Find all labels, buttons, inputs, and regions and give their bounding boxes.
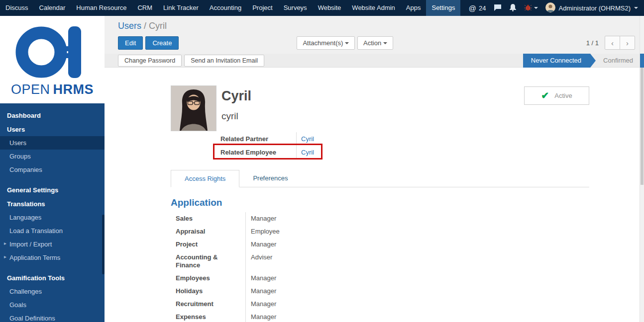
mentions-button[interactable]: @ 24 bbox=[469, 4, 486, 12]
sidebar-menu: DashboardUsersUsersGroupsCompaniesGenera… bbox=[0, 103, 105, 322]
topbar-item-settings[interactable]: Settings bbox=[426, 0, 460, 16]
sidebar-item-challenges[interactable]: Challenges bbox=[0, 285, 105, 298]
breadcrumb-separator: / bbox=[144, 21, 146, 31]
pager-previous-button[interactable]: ‹ bbox=[605, 36, 620, 50]
chat-icon bbox=[494, 3, 502, 13]
topbar-item-crm[interactable]: CRM bbox=[132, 0, 158, 16]
sidebar-section-users: UsersUsersGroupsCompanies bbox=[0, 122, 105, 176]
sidebar-section-general-settings: General Settings bbox=[0, 183, 105, 197]
app-row-sales: SalesManager bbox=[171, 212, 589, 225]
profile-header: Cyril cyril ✔ Active bbox=[171, 85, 589, 131]
sidebar-section-dashboard: Dashboard bbox=[0, 108, 105, 122]
app-field-label: Project bbox=[171, 238, 245, 251]
notifications-button[interactable] bbox=[509, 3, 517, 13]
related-employee-link[interactable]: Cyril bbox=[296, 146, 326, 159]
related-employee-label: Related Employee bbox=[220, 146, 296, 159]
sidebar-item-goals[interactable]: Goals bbox=[0, 298, 105, 312]
user-menu[interactable]: Administrator (OHRMS2) bbox=[545, 2, 638, 14]
chat-button[interactable] bbox=[494, 3, 502, 13]
related-partner-row: Related Partner Cyril bbox=[220, 132, 350, 146]
topbar-item-accounting[interactable]: Accounting bbox=[204, 0, 247, 16]
topbar-item-link-tracker[interactable]: Link Tracker bbox=[158, 0, 204, 16]
app-field-value: Manager bbox=[245, 298, 589, 311]
topbar-item-website-admin[interactable]: Website Admin bbox=[346, 0, 400, 16]
tab-preferences[interactable]: Preferences bbox=[239, 170, 301, 187]
related-employee-row: Related Employee Cyril bbox=[220, 146, 350, 159]
app-logo: OPENHRMS bbox=[0, 16, 105, 103]
app-field-label: Sales bbox=[171, 212, 245, 225]
sidebar-header-dashboard[interactable]: Dashboard bbox=[0, 108, 105, 122]
send-invitation-button[interactable]: Send an Invitation Email bbox=[184, 55, 264, 67]
sidebar-item-label: Goal Definitions bbox=[9, 315, 55, 322]
app-field-label: Accounting & Finance bbox=[171, 251, 245, 272]
record-login: cyril bbox=[221, 111, 251, 122]
topbar-right: @ 24 Administrator (OHRMS2) bbox=[469, 0, 644, 16]
topbar-item-human-resource[interactable]: Human Resource bbox=[71, 0, 132, 16]
status-never-connected[interactable]: Never Connected bbox=[523, 54, 590, 68]
vertical-scrollbar[interactable] bbox=[640, 16, 644, 322]
sidebar-item-label: Companies bbox=[9, 166, 42, 173]
sidebar-item-companies[interactable]: Companies bbox=[0, 163, 105, 176]
app-row-recruitment: RecruitmentManager bbox=[171, 298, 589, 311]
active-toggle-button[interactable]: ✔ Active bbox=[524, 86, 589, 105]
sidebar-item-load-a-translation[interactable]: Load a Translation bbox=[0, 224, 105, 238]
topbar-item-project[interactable]: Project bbox=[247, 0, 278, 16]
sidebar-item-users[interactable]: Users bbox=[0, 136, 105, 150]
bell-icon bbox=[509, 3, 517, 13]
mentions-count: 24 bbox=[479, 4, 486, 12]
status-ribbon: Never Connected Confirmed bbox=[523, 54, 644, 68]
main-content: Users/Cyril Edit Create Attachment(s) Ac… bbox=[105, 16, 644, 322]
edit-button[interactable]: Edit bbox=[118, 36, 143, 50]
sidebar-item-label: Import / Export bbox=[9, 241, 52, 248]
sidebar-item-goal-definitions[interactable]: Goal Definitions bbox=[0, 312, 105, 322]
app-field-value: Manager bbox=[245, 238, 589, 251]
topbar: DiscussCalendarHuman ResourceCRMLink Tra… bbox=[0, 0, 644, 16]
form-sheet: Cyril cyril ✔ Active Related Partner Cyr… bbox=[105, 68, 644, 322]
sidebar-header-users[interactable]: Users bbox=[0, 122, 105, 136]
sidebar-item-groups[interactable]: Groups bbox=[0, 150, 105, 163]
create-button[interactable]: Create bbox=[145, 36, 179, 50]
status-confirmed[interactable]: Confirmed bbox=[590, 54, 644, 68]
record-title-block: Cyril cyril bbox=[221, 85, 251, 131]
chevron-down-icon bbox=[345, 42, 349, 44]
sidebar-scrollbar-thumb[interactable] bbox=[102, 215, 105, 274]
attachments-label: Attachment(s) bbox=[303, 39, 343, 47]
expand-arrow-icon: ▸ bbox=[4, 254, 6, 259]
sidebar-item-application-terms[interactable]: ▸Application Terms bbox=[0, 251, 105, 264]
tab-access-rights[interactable]: Access Rights bbox=[171, 170, 239, 187]
action-dropdown[interactable]: Action bbox=[357, 36, 393, 50]
sidebar-header-gamification-tools[interactable]: Gamification Tools bbox=[0, 271, 105, 285]
topbar-item-discuss[interactable]: Discuss bbox=[0, 0, 34, 16]
pager-buttons: ‹ › bbox=[605, 36, 635, 50]
topbar-item-website[interactable]: Website bbox=[313, 0, 347, 16]
sidebar-item-label: Challenges bbox=[9, 288, 42, 295]
active-label: Active bbox=[554, 92, 572, 99]
pager-next-button[interactable]: › bbox=[620, 36, 635, 50]
sidebar-header-translations[interactable]: Translations bbox=[0, 197, 105, 211]
related-partner-link[interactable]: Cyril bbox=[296, 132, 326, 146]
breadcrumb-users-link[interactable]: Users bbox=[118, 21, 141, 31]
attachments-dropdown[interactable]: Attachment(s) bbox=[297, 36, 355, 50]
logo-text: OPENHRMS bbox=[11, 82, 94, 97]
action-label: Action bbox=[363, 39, 381, 47]
logo-text-hrms: HRMS bbox=[53, 82, 94, 97]
record-name: Cyril bbox=[221, 88, 251, 104]
user-photo[interactable] bbox=[171, 85, 216, 131]
topbar-item-calendar[interactable]: Calendar bbox=[34, 0, 71, 16]
avatar bbox=[171, 86, 216, 131]
change-password-button[interactable]: Change Password bbox=[118, 55, 182, 67]
chevron-down-icon bbox=[383, 42, 387, 44]
debug-menu-button[interactable] bbox=[524, 4, 538, 12]
related-partner-label: Related Partner bbox=[220, 132, 296, 146]
sidebar-item-import-export[interactable]: ▸Import / Export bbox=[0, 238, 105, 251]
sidebar-section-gamification-tools: Gamification ToolsChallengesGoalsGoal De… bbox=[0, 271, 105, 322]
topbar-item-apps[interactable]: Apps bbox=[401, 0, 427, 16]
expand-arrow-icon: ▸ bbox=[4, 241, 6, 246]
sidebar-header-general-settings[interactable]: General Settings bbox=[0, 183, 105, 197]
topbar-item-surveys[interactable]: Surveys bbox=[278, 0, 313, 16]
app-row-project: ProjectManager bbox=[171, 238, 589, 251]
sidebar-item-label: Languages bbox=[9, 214, 41, 221]
sidebar-item-languages[interactable]: Languages bbox=[0, 211, 105, 224]
app-row-accounting-finance: Accounting & FinanceAdviser bbox=[171, 251, 589, 272]
scrollbar-thumb[interactable] bbox=[641, 68, 644, 185]
